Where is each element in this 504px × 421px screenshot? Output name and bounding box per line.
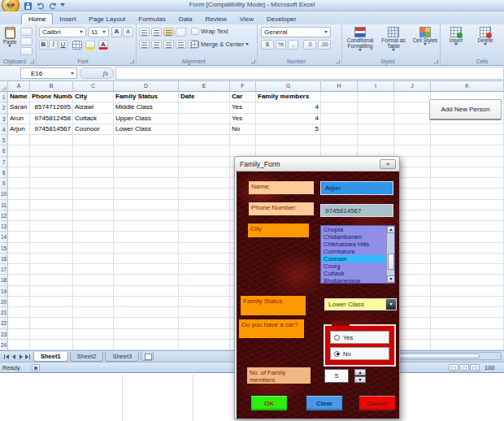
cell-E12[interactable] [179,210,230,221]
cell-F5[interactable] [230,135,256,145]
cell-E6[interactable] [179,145,230,156]
cell-I5[interactable] [358,135,394,145]
orientation-icon[interactable] [175,28,187,37]
cell-B5[interactable] [30,135,73,145]
cell-I6[interactable] [358,145,394,156]
cell-E7[interactable] [179,157,230,167]
cell-D22[interactable] [114,318,179,328]
cell-B13[interactable] [30,221,73,232]
cell-A23[interactable] [8,329,30,340]
cell-K24[interactable] [431,340,504,350]
cell-A2[interactable]: Saran [8,102,30,113]
font-color-icon[interactable]: A [98,40,108,50]
cell-J2[interactable] [394,102,431,113]
cell-C4[interactable]: Coonoor [73,124,114,135]
cell-K6[interactable] [431,145,504,156]
cell-B8[interactable] [30,167,73,178]
scrollbar-thumb[interactable] [388,254,394,270]
insert-cells-button[interactable]: Insert [442,27,470,46]
cell-E23[interactable] [179,329,230,340]
cell-D11[interactable] [114,200,179,210]
cell-A14[interactable] [8,232,30,242]
cell-A21[interactable] [8,307,30,318]
macro-record-button[interactable] [32,364,40,371]
cell-B9[interactable] [30,178,73,189]
row-header-22[interactable]: 22 [0,318,8,328]
cell-K20[interactable] [431,297,504,307]
row-header-9[interactable]: 9 [0,178,8,189]
cell-A5[interactable] [8,135,30,145]
sheet-tab-sheet3[interactable]: Sheet3 [105,352,139,362]
cell-C5[interactable] [73,135,114,145]
cell-K19[interactable] [431,286,504,297]
cell-D2[interactable]: Middle Class [114,102,179,113]
column-header-E[interactable]: E [179,81,230,91]
cell-E15[interactable] [179,243,230,254]
cell-D3[interactable]: Upper Class [114,114,179,124]
add-new-person-button[interactable]: Add New Person [429,99,502,120]
cell-A1[interactable]: Name [8,92,30,102]
cell-E5[interactable] [179,135,230,145]
undo-button[interactable] [36,2,46,10]
align-top-icon[interactable] [139,28,150,37]
cell-H5[interactable] [321,135,358,145]
cell-B19[interactable] [30,286,73,297]
cell-B21[interactable] [30,307,73,318]
cell-C11[interactable] [73,200,114,210]
city-option-cuttack[interactable]: Cuttack [321,270,394,277]
cell-D23[interactable] [114,329,179,340]
underline-button[interactable]: U [59,40,67,50]
row-header-11[interactable]: 11 [0,200,8,210]
row-header-18[interactable]: 18 [0,275,8,285]
cell-B22[interactable] [30,318,73,328]
clear-button[interactable]: Clear [306,395,343,411]
insert-function-button[interactable]: fx [80,67,114,79]
format-as-table-button[interactable]: Format as Table [377,27,410,51]
cell-D13[interactable] [114,221,179,232]
page-layout-view-button[interactable] [459,364,469,371]
spin-down-button[interactable] [354,376,366,383]
tab-view[interactable]: View [233,14,260,24]
cell-A3[interactable]: Arun [8,114,30,124]
row-header-20[interactable]: 20 [0,297,8,307]
cell-K9[interactable] [431,178,504,189]
quick-access-dropdown-icon[interactable] [60,3,65,7]
decrease-indent-icon[interactable] [176,40,186,49]
dialog-title-bar[interactable]: Family_Form [235,157,399,171]
cell-C3[interactable]: Cuttack [73,114,114,124]
cell-D6[interactable] [114,145,179,156]
cell-E17[interactable] [179,264,230,275]
city-option-coonoor[interactable]: Coonoor [321,255,394,263]
cell-H4[interactable] [321,124,358,135]
font-size-select[interactable]: 11 [88,27,109,37]
sheet-tab-sheet1[interactable]: Sheet1 [33,352,68,362]
cell-E18[interactable] [179,275,230,285]
cell-E20[interactable] [179,297,230,307]
cell-K13[interactable] [431,221,504,232]
alignment-dialog-launcher[interactable] [251,59,255,63]
row-header-8[interactable]: 8 [0,167,8,178]
cell-E3[interactable] [179,114,230,124]
accounting-format-button[interactable]: $ [261,40,274,50]
column-header-I[interactable]: I [358,81,394,91]
cell-A15[interactable] [8,243,30,254]
cell-G2[interactable]: 4 [256,102,321,113]
cell-G3[interactable]: 4 [256,114,321,124]
cell-A12[interactable] [8,210,30,221]
cell-G4[interactable]: 5 [256,124,321,135]
cell-B12[interactable] [30,210,73,221]
cell-D20[interactable] [114,297,179,307]
tab-developer[interactable]: Developer [260,14,302,24]
tab-home[interactable]: Home [21,13,53,24]
cell-F6[interactable] [230,145,256,156]
font-family-select[interactable]: Calibri [39,27,86,37]
cell-B23[interactable] [30,329,73,340]
cell-B24[interactable] [30,340,73,350]
cell-F3[interactable]: Yes [230,114,256,124]
city-option-bhubaneswar[interactable]: Bhubaneswar [321,277,394,284]
cell-J1[interactable] [394,92,431,102]
tab-insert[interactable]: Insert [53,14,82,24]
cell-K7[interactable] [431,157,504,167]
row-header-12[interactable]: 12 [0,210,8,221]
cut-icon[interactable] [20,28,33,36]
